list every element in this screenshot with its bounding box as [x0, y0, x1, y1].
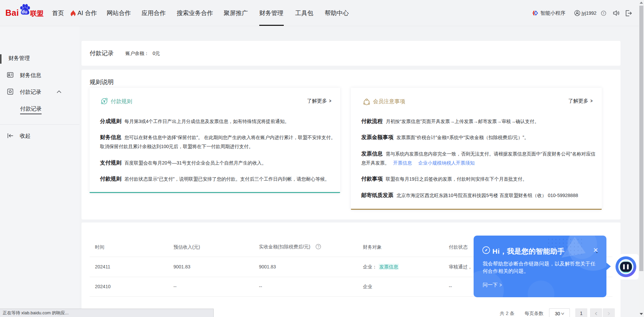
svg-text:du: du — [22, 9, 28, 14]
svg-text:?: ? — [318, 245, 320, 249]
svg-text:?: ? — [603, 12, 604, 15]
svg-text:联盟: 联盟 — [30, 10, 44, 17]
svg-text:Bai: Bai — [5, 8, 19, 17]
